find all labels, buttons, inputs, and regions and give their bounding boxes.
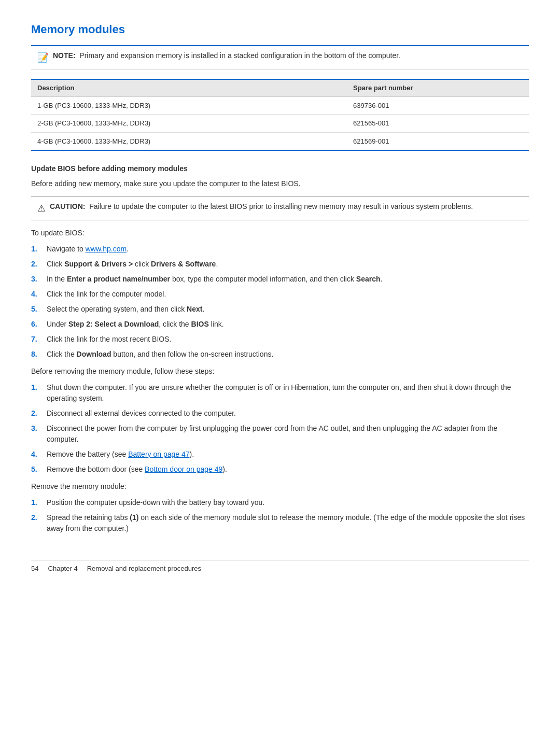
list-item: 8.Click the Download button, and then fo…: [31, 349, 529, 360]
list-number: 1.: [31, 244, 41, 255]
list-text: Navigate to www.hp.com.: [47, 244, 529, 255]
list-text: Under Step 2: Select a Download, click t…: [47, 319, 529, 330]
table-row: 2-GB (PC3-10600, 1333-MHz, DDR3)621565-0…: [31, 115, 529, 133]
list-number: 5.: [31, 464, 41, 475]
list-number: 2.: [31, 512, 41, 523]
update-steps-list: 1.Navigate to www.hp.com.2.Click Support…: [31, 244, 529, 360]
list-number: 4.: [31, 289, 41, 300]
list-number: 5.: [31, 304, 41, 315]
table-cell-part-number: 621569-001: [347, 132, 529, 150]
list-item: 5.Remove the bottom door (see Bottom doo…: [31, 464, 529, 475]
memory-table: Description Spare part number 1-GB (PC3-…: [31, 79, 529, 151]
list-item: 3.In the Enter a product name/number box…: [31, 274, 529, 285]
list-number: 1.: [31, 497, 41, 508]
table-cell-description: 1-GB (PC3-10600, 1333-MHz, DDR3): [31, 96, 347, 115]
table-col2-header: Spare part number: [347, 79, 529, 96]
note-icon: 📝: [37, 51, 49, 65]
note-label: NOTE:: [53, 51, 76, 60]
list-item: 2.Spread the retaining tabs (1) on each …: [31, 512, 529, 534]
page-title: Memory modules: [31, 21, 529, 38]
footer: 54 Chapter 4 Removal and replacement pro…: [31, 560, 529, 574]
list-item: 4.Click the link for the computer model.: [31, 289, 529, 300]
remove-module-intro: Remove the memory module:: [31, 481, 529, 492]
note-text: NOTE: Primary and expansion memory is in…: [53, 50, 400, 61]
remove-module-list: 1.Position the computer upside-down with…: [31, 497, 529, 534]
list-number: 6.: [31, 319, 41, 330]
list-text: Disconnect all external devices connecte…: [47, 408, 529, 419]
list-item: 1.Navigate to www.hp.com.: [31, 244, 529, 255]
list-text: Position the computer upside-down with t…: [47, 497, 529, 508]
update-bios-heading: Update BIOS before adding memory modules: [31, 163, 529, 174]
note-box: 📝 NOTE: Primary and expansion memory is …: [31, 45, 529, 69]
list-text: Remove the bottom door (see Bottom door …: [47, 464, 529, 475]
caution-label: CAUTION:: [50, 202, 85, 210]
list-text: Remove the battery (see Battery on page …: [47, 449, 529, 460]
list-text: Click the link for the computer model.: [47, 289, 529, 300]
list-text: Select the operating system, and then cl…: [47, 304, 529, 315]
update-intro-para: Before adding new memory, make sure you …: [31, 178, 529, 189]
page-link[interactable]: Battery on page 47: [128, 450, 189, 458]
caution-icon: ⚠: [37, 202, 46, 216]
list-item: 1.Shut down the computer. If you are uns…: [31, 382, 529, 404]
list-number: 7.: [31, 334, 41, 345]
list-number: 2.: [31, 259, 41, 270]
table-cell-part-number: 621565-001: [347, 115, 529, 133]
list-item: 6.Under Step 2: Select a Download, click…: [31, 319, 529, 330]
before-removing-list: 1.Shut down the computer. If you are uns…: [31, 382, 529, 475]
table-row: 1-GB (PC3-10600, 1333-MHz, DDR3)639736-0…: [31, 96, 529, 115]
footer-chapter: Chapter 4: [48, 565, 78, 572]
list-text: Click Support & Drivers > click Drivers …: [47, 259, 529, 270]
table-cell-part-number: 639736-001: [347, 96, 529, 115]
list-text: Disconnect the power from the computer b…: [47, 423, 529, 445]
table-col1-header: Description: [31, 79, 347, 96]
note-content: Primary and expansion memory is installe…: [79, 51, 400, 60]
page-link[interactable]: Bottom door on page 49: [145, 465, 222, 473]
list-text: Click the link for the most recent BIOS.: [47, 334, 529, 345]
list-item: 2.Click Support & Drivers > click Driver…: [31, 259, 529, 270]
caution-box: ⚠ CAUTION: Failure to update the compute…: [31, 196, 529, 220]
list-text: Click the Download button, and then foll…: [47, 349, 529, 360]
list-number: 8.: [31, 349, 41, 360]
list-item: 3.Disconnect the power from the computer…: [31, 423, 529, 445]
caution-content: Failure to update the computer to the la…: [89, 202, 473, 210]
list-item: 4.Remove the battery (see Battery on pag…: [31, 449, 529, 460]
list-item: 1.Position the computer upside-down with…: [31, 497, 529, 508]
hp-link[interactable]: www.hp.com: [86, 245, 127, 253]
list-number: 1.: [31, 382, 41, 393]
list-text: Shut down the computer. If you are unsur…: [47, 382, 529, 404]
footer-section: Removal and replacement procedures: [87, 565, 201, 572]
list-number: 3.: [31, 423, 41, 434]
list-text: Spread the retaining tabs (1) on each si…: [47, 512, 529, 534]
update-steps-intro: To update BIOS:: [31, 228, 529, 238]
list-item: 5.Select the operating system, and then …: [31, 304, 529, 315]
list-number: 4.: [31, 449, 41, 460]
list-item: 7.Click the link for the most recent BIO…: [31, 334, 529, 345]
list-number: 3.: [31, 274, 41, 285]
before-removing-intro: Before removing the memory module, follo…: [31, 366, 529, 377]
list-text: In the Enter a product name/number box, …: [47, 274, 529, 285]
list-number: 2.: [31, 408, 41, 419]
table-cell-description: 2-GB (PC3-10600, 1333-MHz, DDR3): [31, 115, 347, 133]
table-cell-description: 4-GB (PC3-10600, 1333-MHz, DDR3): [31, 132, 347, 150]
list-item: 2.Disconnect all external devices connec…: [31, 408, 529, 419]
footer-page-num: 54: [31, 565, 38, 572]
caution-text: CAUTION: Failure to update the computer …: [50, 201, 473, 212]
table-row: 4-GB (PC3-10600, 1333-MHz, DDR3)621569-0…: [31, 132, 529, 150]
